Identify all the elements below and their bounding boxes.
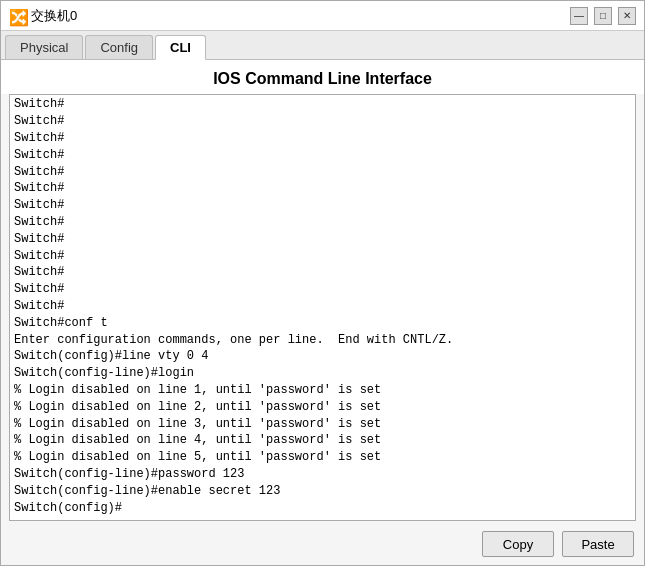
paste-button[interactable]: Paste <box>562 531 634 557</box>
tab-config[interactable]: Config <box>85 35 153 59</box>
cli-output[interactable]: Switch# Switch# Switch# Switch# Switch# … <box>10 95 635 520</box>
tab-cli[interactable]: CLI <box>155 35 206 60</box>
minimize-button[interactable]: — <box>570 7 588 25</box>
window-title: 交换机0 <box>31 7 570 25</box>
window-controls: — □ ✕ <box>570 7 636 25</box>
page-title: IOS Command Line Interface <box>1 60 644 94</box>
tab-physical[interactable]: Physical <box>5 35 83 59</box>
cli-area: Switch# Switch# Switch# Switch# Switch# … <box>9 94 636 521</box>
main-window: 🔀 交换机0 — □ ✕ Physical Config CLI IOS Com… <box>0 0 645 566</box>
close-button[interactable]: ✕ <box>618 7 636 25</box>
maximize-button[interactable]: □ <box>594 7 612 25</box>
title-bar: 🔀 交换机0 — □ ✕ <box>1 1 644 31</box>
window-icon: 🔀 <box>9 8 25 24</box>
copy-button[interactable]: Copy <box>482 531 554 557</box>
button-bar: Copy Paste <box>1 525 644 565</box>
tab-bar: Physical Config CLI <box>1 31 644 60</box>
